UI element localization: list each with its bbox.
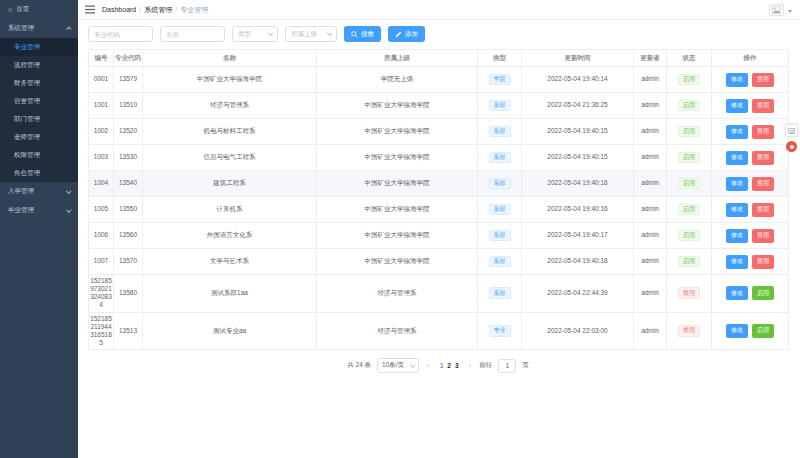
avatar[interactable]: [769, 4, 784, 16]
prev-page-button[interactable]: ‹: [425, 361, 432, 370]
add-button[interactable]: 添加: [388, 26, 425, 42]
edit-row-button[interactable]: 修改: [726, 203, 748, 217]
table-container: 编号专业代码名称所属上级类型更新时间更新者状态操作 000113579中国矿业大…: [88, 49, 790, 350]
row-type-cell: 学院: [478, 67, 522, 93]
row-actions-cell: 修改启用: [712, 275, 789, 313]
search-button[interactable]: 搜索: [344, 26, 381, 42]
hamburger-icon[interactable]: [84, 4, 96, 16]
row-code: 13550: [114, 197, 143, 223]
sidebar-item-label: 流程管理: [14, 61, 40, 70]
page-size-value: 10条/页: [382, 361, 404, 370]
row-status-cell: 启用: [667, 119, 712, 145]
toggle-status-button[interactable]: 禁用: [752, 99, 774, 113]
toggle-status-button[interactable]: 禁用: [752, 125, 774, 139]
chevron-up-icon: [66, 27, 71, 32]
goto-label: 前往: [479, 361, 492, 370]
toggle-status-button[interactable]: 禁用: [752, 177, 774, 191]
major-code-input[interactable]: [88, 26, 153, 42]
goto-unit: 页: [522, 361, 529, 370]
column-header: 名称: [143, 50, 317, 67]
row-updater: admin: [634, 223, 667, 249]
type-tag: 系部: [489, 256, 511, 268]
toggle-status-button[interactable]: 启用: [752, 324, 774, 338]
row-name: 建筑工程系: [143, 171, 317, 197]
row-actions-cell: 修改禁用: [712, 197, 789, 223]
edit-row-button[interactable]: 修改: [726, 229, 748, 243]
page-number-2[interactable]: 2: [445, 362, 453, 369]
type-select-value: 类型: [238, 30, 251, 39]
edit-row-button[interactable]: 修改: [726, 151, 748, 165]
name-input[interactable]: [160, 26, 225, 42]
status-tag: 启用: [678, 126, 700, 138]
row-status-cell: 启用: [667, 197, 712, 223]
float-panel-button[interactable]: [785, 124, 798, 137]
sidebar-item-label: 毕业管理: [8, 206, 34, 215]
edit-row-button[interactable]: 修改: [726, 286, 748, 300]
edit-row-button[interactable]: 修改: [726, 73, 748, 87]
row-name: 机电与材料工程系: [143, 119, 317, 145]
panel-icon: [788, 128, 795, 134]
float-badge-button[interactable]: [786, 141, 797, 152]
row-type-cell: 系部: [478, 197, 522, 223]
row-time: 2022-05-04 22:03:00: [522, 312, 634, 350]
edit-row-button[interactable]: 修改: [726, 255, 748, 269]
sidebar-item-label: 部门管理: [14, 115, 40, 124]
sidebar-item-财务管理[interactable]: 财务管理: [0, 74, 78, 92]
sidebar-item-部门管理[interactable]: 部门管理: [0, 110, 78, 128]
sidebar-item-label: 宿舍管理: [14, 97, 40, 106]
edit-row-button[interactable]: 修改: [726, 99, 748, 113]
column-header: 状态: [667, 50, 712, 67]
sidebar-item-权限管理[interactable]: 权限管理: [0, 146, 78, 164]
toggle-status-button[interactable]: 禁用: [752, 151, 774, 165]
edit-row-button[interactable]: 修改: [726, 177, 748, 191]
toggle-status-button[interactable]: 禁用: [752, 229, 774, 243]
edit-row-button[interactable]: 修改: [726, 324, 748, 338]
goto-page-input[interactable]: [498, 359, 516, 373]
sidebar-item-角色管理[interactable]: 角色管理: [0, 164, 78, 182]
page-size-select[interactable]: 10条/页: [377, 358, 419, 373]
next-page-button[interactable]: ›: [467, 361, 474, 370]
app-window: ⌂首页系统管理专业管理流程管理财务管理宿舍管理部门管理老师管理权限管理角色管理入…: [0, 0, 800, 458]
type-tag: 系部: [489, 230, 511, 242]
sidebar-item-流程管理[interactable]: 流程管理: [0, 56, 78, 74]
add-button-label: 添加: [405, 30, 418, 39]
row-updater: admin: [634, 93, 667, 119]
row-time: 2022-05-04 19:40:16: [522, 197, 634, 223]
status-tag: 启用: [678, 152, 700, 164]
sidebar-item-入学管理[interactable]: 入学管理: [0, 182, 78, 201]
sidebar-item-专业管理[interactable]: 专业管理: [0, 38, 78, 56]
user-menu[interactable]: [769, 4, 792, 16]
chevron-down-icon: [327, 31, 332, 36]
type-select[interactable]: 类型: [232, 26, 278, 42]
toggle-status-button[interactable]: 禁用: [752, 255, 774, 269]
sidebar-item-label: 入学管理: [8, 187, 34, 196]
breadcrumb-system[interactable]: 系统管理: [144, 5, 172, 15]
sidebar-item-系统管理[interactable]: 系统管理: [0, 19, 78, 38]
status-tag: 启用: [678, 256, 700, 268]
edit-row-button[interactable]: 修改: [726, 125, 748, 139]
page-number-3[interactable]: 3: [453, 362, 461, 369]
type-tag: 学院: [489, 74, 511, 86]
breadcrumb-current: 专业管理: [180, 5, 208, 15]
breadcrumb-separator: /: [139, 6, 141, 13]
toggle-status-button[interactable]: 启用: [752, 286, 774, 300]
breadcrumb-dashboard[interactable]: Dashboard: [102, 6, 136, 13]
sidebar-item-毕业管理[interactable]: 毕业管理: [0, 201, 78, 220]
column-header: 更新者: [634, 50, 667, 67]
row-time: 2022-05-04 21:36:25: [522, 93, 634, 119]
row-type-cell: 系部: [478, 145, 522, 171]
row-id: 1001: [89, 93, 114, 119]
row-updater: admin: [634, 145, 667, 171]
sidebar-item-宿舍管理[interactable]: 宿舍管理: [0, 92, 78, 110]
home-icon: ⌂: [8, 6, 12, 13]
parent-select[interactable]: 所属上级: [285, 26, 337, 42]
row-code: 13579: [114, 67, 143, 93]
sidebar-item-首页[interactable]: ⌂首页: [0, 0, 78, 19]
table-row: 100713570文学与艺术系中国矿业大学徐海学院系部2022-05-04 19…: [89, 249, 789, 275]
toggle-status-button[interactable]: 禁用: [752, 203, 774, 217]
toggle-status-button[interactable]: 禁用: [752, 73, 774, 87]
sidebar-item-老师管理[interactable]: 老师管理: [0, 128, 78, 146]
row-code: 13510: [114, 93, 143, 119]
type-tag: 系部: [489, 126, 511, 138]
row-code: 13520: [114, 119, 143, 145]
